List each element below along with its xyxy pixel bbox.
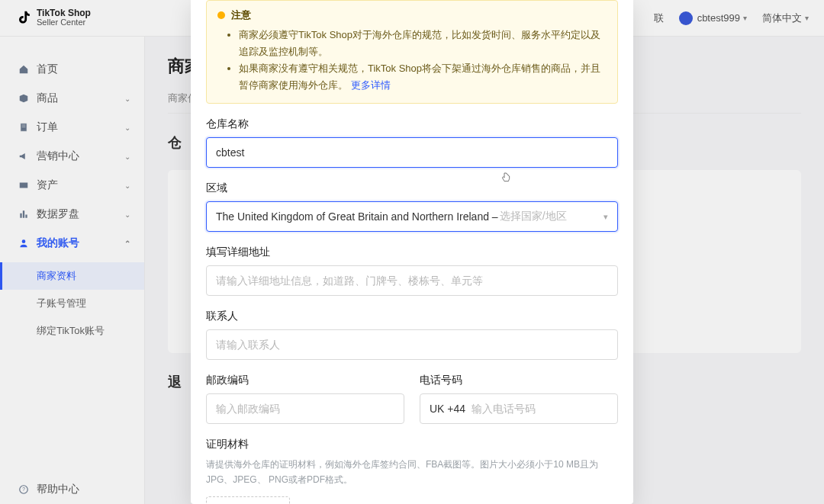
upload-file-button[interactable]: 上传文件 (0/3) <box>206 496 290 504</box>
warning-box: 注意 商家必须遵守TikTok Shop对于海外仓库的规范，比如发货时间、服务水… <box>206 0 618 104</box>
cursor-pointer-icon <box>500 172 512 184</box>
address-input[interactable] <box>216 274 608 287</box>
more-details-link[interactable]: 更多详情 <box>351 79 391 91</box>
region-label: 区域 <box>206 181 618 195</box>
phone-input[interactable] <box>472 403 608 415</box>
region-value: The United Kingdom of Great Britain and … <box>216 210 498 223</box>
add-warehouse-modal: 注意 商家必须遵守TikTok Shop对于海外仓库的规范，比如发货时间、服务水… <box>191 0 633 504</box>
contact-input-wrap[interactable] <box>206 329 618 360</box>
warehouse-name-label: 仓库名称 <box>206 117 618 131</box>
address-input-wrap[interactable] <box>206 265 618 296</box>
proof-label: 证明材料 <box>206 438 618 451</box>
warning-point-1: 商家必须遵守TikTok Shop对于海外仓库的规范，比如发货时间、服务水平约定… <box>239 27 607 60</box>
warehouse-name-input-wrap[interactable] <box>206 137 618 168</box>
country-code[interactable]: UK +44 <box>430 403 465 415</box>
zip-input-wrap[interactable] <box>206 393 404 424</box>
warning-point-2: 如果商家没有遵守相关规范，TikTok Shop将会下架通过海外仓库销售的商品，… <box>239 60 607 94</box>
phone-label: 电话号码 <box>420 374 618 387</box>
chevron-down-icon: ▾ <box>604 212 608 222</box>
region-placeholder: 选择国家/地区 <box>500 210 567 223</box>
address-label: 填写详细地址 <box>206 246 618 259</box>
proof-description: 请提供海外仓库的证明材料，例如海外仓库签约合同、FBA截图等。图片大小必须小于1… <box>206 457 618 486</box>
zip-input[interactable] <box>216 403 394 415</box>
contact-input[interactable] <box>216 339 608 351</box>
warning-icon <box>217 11 225 19</box>
warehouse-name-input[interactable] <box>216 146 608 159</box>
region-select[interactable]: The United Kingdom of Great Britain and … <box>206 201 618 232</box>
zip-label: 邮政编码 <box>206 374 404 387</box>
contact-label: 联系人 <box>206 310 618 323</box>
phone-input-wrap[interactable]: UK +44 <box>420 393 618 424</box>
warning-title: 注意 <box>231 8 251 22</box>
modal-overlay: 注意 商家必须遵守TikTok Shop对于海外仓库的规范，比如发货时间、服务水… <box>0 0 824 504</box>
